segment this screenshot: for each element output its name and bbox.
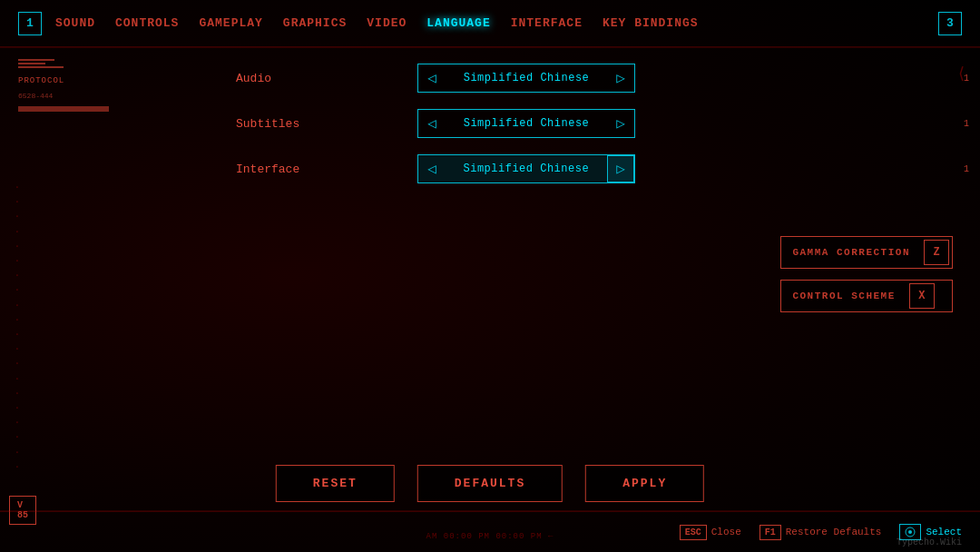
audio-arrow-left[interactable]: ◁ (418, 69, 446, 87)
watermark: Typecho.Wiki (897, 537, 962, 547)
setting-row-audio: Audio ◁ Simplified Chinese ▷ 1 (236, 64, 953, 93)
subtitles-indicator: 1 (964, 119, 969, 129)
nav-item-video[interactable]: VIDEO (367, 16, 407, 30)
interface-arrow-left[interactable]: ◁ (418, 160, 446, 178)
bottom-actions: RESET DEFAULTS APPLY (276, 465, 704, 502)
setting-control-subtitles[interactable]: ◁ Simplified Chinese ▷ (417, 109, 635, 138)
main-content: Audio ◁ Simplified Chinese ▷ 1 Subtitles… (236, 64, 953, 200)
select-label: Select (926, 527, 962, 537)
audio-value: Simplified Chinese (446, 72, 608, 84)
gamma-label: GAMMA CORRECTION (781, 240, 921, 265)
restore-key: F1 (760, 525, 781, 540)
reset-button[interactable]: RESET (276, 465, 395, 502)
logo-lines (18, 59, 218, 68)
nav-item-gameplay[interactable]: GAMEPLAY (199, 16, 262, 30)
apply-button[interactable]: APPLY (585, 465, 704, 502)
nav-item-language[interactable]: LANGUAGE (426, 16, 490, 30)
logo-line-2 (18, 63, 45, 64)
left-sidebar: PROTOCOL 6528-444 (9, 50, 227, 125)
subtitles-arrow-left[interactable]: ◁ (418, 114, 446, 133)
hint-close: ESC Close (680, 525, 741, 540)
interface-arrow-box[interactable]: ▷ (607, 155, 634, 182)
control-scheme-button[interactable]: CONTROL SCHEME X (780, 280, 953, 312)
subtitles-value: Simplified Chinese (446, 117, 608, 130)
logo-highlight (18, 106, 109, 112)
svg-point-1 (908, 530, 912, 534)
interface-arrow-right[interactable]: ▷ (616, 160, 625, 178)
right-buttons: GAMMA CORRECTION Z CONTROL SCHEME X (780, 236, 953, 312)
nav-item-interface[interactable]: INTERFACE (511, 16, 583, 30)
logo-area: PROTOCOL 6528-444 (9, 50, 227, 125)
setting-row-subtitles: Subtitles ◁ Simplified Chinese ▷ 1 (236, 109, 953, 138)
setting-control-interface[interactable]: ◁ Simplified Chinese ▷ (417, 154, 635, 183)
nav-item-graphics[interactable]: GRAPHICS (283, 16, 347, 30)
interface-indicator: 1 (964, 164, 969, 174)
deco-line-top (0, 47, 980, 48)
setting-label-interface: Interface (236, 163, 417, 176)
setting-label-audio: Audio (236, 72, 417, 85)
audio-indicator: 1 (964, 74, 969, 84)
control-scheme-key: X (909, 283, 935, 309)
left-vertical-text: ▪ ▪ ▪ ▪ ▪ ▪ ▪ ▪ ▪ ▪ ▪ ▪ ▪ ▪ ▪ ▪ ▪ ▪ ▪ ▪ (14, 182, 21, 470)
nav-item-controls[interactable]: CONTROLS (115, 16, 179, 30)
subtitles-arrow-right[interactable]: ▷ (607, 114, 634, 133)
close-label: Close (711, 527, 741, 537)
nav-item-keybindings[interactable]: KEY BINDINGS (603, 16, 699, 30)
hint-restore: F1 Restore Defaults (760, 525, 882, 540)
gamma-correction-button[interactable]: GAMMA CORRECTION Z (780, 236, 953, 269)
logo-line-3 (18, 66, 64, 68)
interface-value: Simplified Chinese (446, 163, 607, 175)
audio-arrow-right[interactable]: ▷ (607, 69, 634, 87)
setting-label-subtitles: Subtitles (236, 117, 417, 131)
control-scheme-label: CONTROL SCHEME (781, 283, 906, 309)
logo-title: PROTOCOL (18, 75, 218, 88)
restore-label: Restore Defaults (786, 527, 882, 537)
logo-subtitle: 6528-444 (18, 92, 218, 100)
nav-item-sound[interactable]: SOUND (55, 16, 95, 30)
logo-line-1 (18, 59, 54, 61)
nav-number-left: 1 (18, 12, 42, 35)
setting-control-audio[interactable]: ◁ Simplified Chinese ▷ (417, 64, 635, 93)
nav-items: SOUND CONTROLS GAMEPLAY GRAPHICS VIDEO L… (55, 16, 925, 30)
top-nav: 1 SOUND CONTROLS GAMEPLAY GRAPHICS VIDEO… (0, 0, 980, 47)
close-key: ESC (680, 525, 707, 540)
gamma-key: Z (924, 240, 949, 265)
bottom-center-text: AM 00:00 PM 00:00 PM ← (426, 532, 554, 541)
setting-row-interface: Interface ◁ Simplified Chinese ▷ 1 (236, 154, 953, 183)
nav-number-right: 3 (938, 12, 962, 35)
defaults-button[interactable]: DEFAULTS (417, 465, 563, 502)
